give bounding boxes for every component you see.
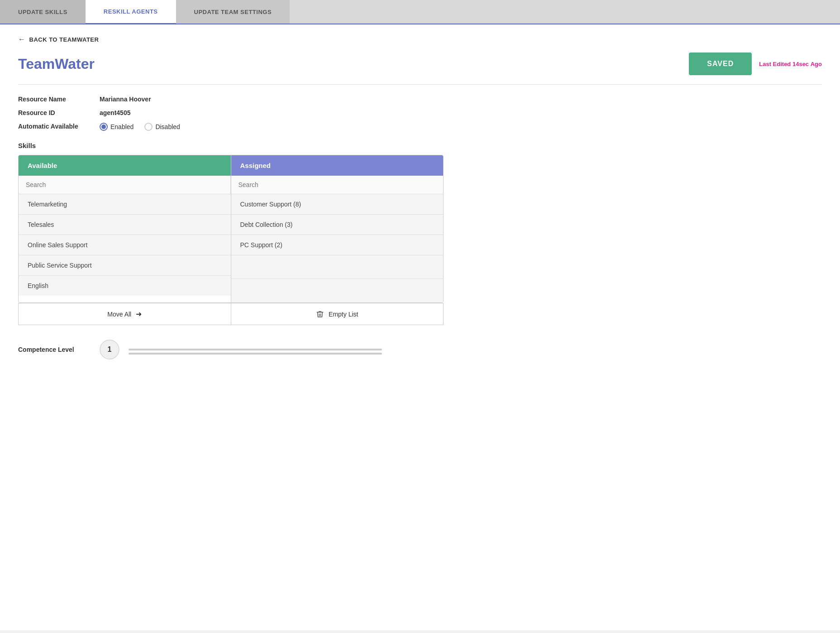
auto-available-label: Automatic Available bbox=[18, 123, 100, 131]
available-header: Available bbox=[19, 155, 231, 176]
last-edited-time: 14sec bbox=[792, 61, 809, 67]
assigned-header: Assigned bbox=[231, 155, 444, 176]
available-item-online-sales[interactable]: Online Sales Support bbox=[19, 235, 231, 255]
assigned-search-input[interactable] bbox=[231, 176, 444, 194]
tab-update-team-settings[interactable]: UPDATE TEAM SETTINGS bbox=[176, 0, 290, 24]
empty-list-label: Empty List bbox=[329, 311, 358, 318]
resource-name-label: Resource Name bbox=[18, 96, 100, 103]
assigned-item-empty-1 bbox=[231, 255, 444, 279]
assigned-item-debt-collection[interactable]: Debt Collection (3) bbox=[231, 215, 444, 235]
available-list: Telemarketing Telesales Online Sales Sup… bbox=[19, 194, 231, 296]
back-link-text: BACK TO TEAMWATER bbox=[29, 36, 99, 43]
resource-name-value: Marianna Hoover bbox=[100, 96, 822, 103]
competence-slider[interactable] bbox=[129, 349, 382, 350]
available-item-public-service[interactable]: Public Service Support bbox=[19, 255, 231, 276]
assigned-item-customer-support[interactable]: Customer Support (8) bbox=[231, 194, 444, 215]
tab-update-skills[interactable]: UPDATE SKILLS bbox=[0, 0, 86, 24]
enabled-radio[interactable]: Enabled bbox=[100, 123, 134, 131]
team-title: TeamWater bbox=[18, 56, 95, 72]
skills-container: Available Telemarketing Telesales Online… bbox=[18, 155, 444, 303]
trash-icon bbox=[316, 310, 324, 318]
available-panel: Available Telemarketing Telesales Online… bbox=[19, 155, 231, 302]
move-all-button[interactable]: Move All ➜ bbox=[18, 303, 231, 325]
last-edited-text: Last Edited 14sec Ago bbox=[759, 61, 822, 67]
header-row: TeamWater SAVED Last Edited 14sec Ago bbox=[18, 53, 822, 75]
resource-info: Resource Name Marianna Hoover Resource I… bbox=[18, 96, 822, 131]
disabled-radio-circle bbox=[144, 123, 153, 131]
assigned-search-row bbox=[231, 176, 444, 194]
saved-button[interactable]: SAVED bbox=[689, 53, 752, 75]
available-item-english[interactable]: English bbox=[19, 276, 231, 296]
disabled-label: Disabled bbox=[155, 123, 180, 130]
available-item-telesales[interactable]: Telesales bbox=[19, 215, 231, 235]
assigned-panel: Assigned Customer Support (8) Debt Colle… bbox=[231, 155, 444, 302]
empty-list-button[interactable]: Empty List bbox=[231, 303, 444, 325]
radio-group: Enabled Disabled bbox=[100, 123, 822, 131]
assigned-item-pc-support[interactable]: PC Support (2) bbox=[231, 235, 444, 255]
tab-reskill-agents[interactable]: RESKILL AGENTS bbox=[86, 0, 176, 24]
header-right: SAVED Last Edited 14sec Ago bbox=[689, 53, 822, 75]
move-all-arrow-icon: ➜ bbox=[136, 310, 142, 318]
main-content: ← BACK TO TEAMWATER TeamWater SAVED Last… bbox=[0, 24, 840, 630]
last-edited-suffix: Ago bbox=[811, 61, 822, 67]
tabs-bar: UPDATE SKILLS RESKILL AGENTS UPDATE TEAM… bbox=[0, 0, 840, 24]
available-item-telemarketing[interactable]: Telemarketing bbox=[19, 194, 231, 215]
assigned-list: Customer Support (8) Debt Collection (3)… bbox=[231, 194, 444, 302]
action-row: Move All ➜ Empty List bbox=[18, 303, 444, 325]
competence-section: Competence Level 1 bbox=[18, 340, 822, 360]
resource-id-value: agent4505 bbox=[100, 109, 822, 116]
enabled-radio-circle bbox=[100, 123, 108, 131]
last-edited-prefix: Last Edited bbox=[759, 61, 791, 67]
enabled-label: Enabled bbox=[110, 123, 134, 130]
back-arrow-icon: ← bbox=[18, 35, 26, 43]
assigned-item-empty-2 bbox=[231, 279, 444, 302]
move-all-label: Move All bbox=[107, 311, 131, 318]
competence-value-circle: 1 bbox=[100, 340, 119, 360]
competence-range-input[interactable] bbox=[129, 353, 382, 355]
available-search-row bbox=[19, 176, 231, 194]
divider bbox=[18, 84, 822, 85]
resource-id-label: Resource ID bbox=[18, 109, 100, 116]
skills-section-label: Skills bbox=[18, 142, 822, 149]
competence-label: Competence Level bbox=[18, 346, 91, 353]
back-link[interactable]: ← BACK TO TEAMWATER bbox=[18, 35, 822, 43]
available-search-input[interactable] bbox=[19, 176, 230, 194]
disabled-radio[interactable]: Disabled bbox=[144, 123, 180, 131]
